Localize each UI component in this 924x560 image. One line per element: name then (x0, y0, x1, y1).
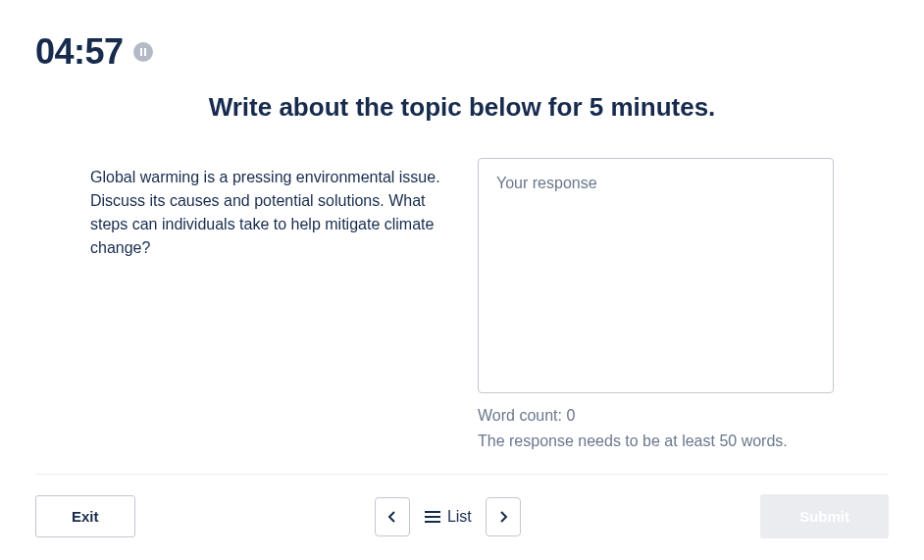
list-button[interactable]: List (422, 504, 474, 530)
submit-button[interactable]: Submit (760, 494, 889, 538)
timer-value: 04:57 (35, 31, 124, 73)
list-button-label: List (447, 508, 472, 526)
svg-rect-1 (144, 48, 146, 56)
prompt-column: Global warming is a pressing environment… (90, 158, 446, 450)
prev-button[interactable] (375, 497, 410, 536)
content-area: Global warming is a pressing environment… (35, 158, 889, 450)
prompt-text: Global warming is a pressing environment… (90, 166, 446, 260)
nav-center: List (375, 497, 521, 536)
word-count-label: Word count: 0 (478, 407, 834, 425)
timer-row: 04:57 (35, 31, 889, 73)
page-heading: Write about the topic below for 5 minute… (35, 92, 889, 123)
list-icon (424, 510, 441, 524)
svg-rect-0 (140, 48, 142, 56)
footer-bar: Exit List Submit (0, 475, 924, 558)
response-input[interactable] (478, 158, 834, 393)
next-button[interactable] (486, 497, 521, 536)
chevron-right-icon (497, 511, 509, 523)
chevron-left-icon (386, 511, 398, 523)
pause-icon[interactable] (133, 42, 153, 62)
min-words-hint: The response needs to be at least 50 wor… (478, 433, 834, 450)
response-column: Word count: 0 The response needs to be a… (478, 158, 834, 450)
exit-button[interactable]: Exit (35, 495, 135, 537)
